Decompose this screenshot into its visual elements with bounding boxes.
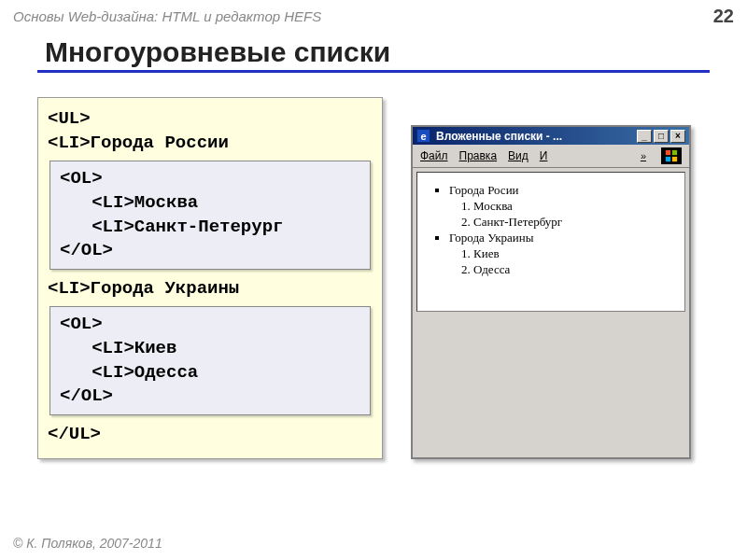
window-title: Вложенные списки - ...	[436, 130, 631, 143]
code-line: <LI>Киев	[60, 337, 360, 361]
titlebar: e Вложенные списки - ... _ □ ×	[413, 127, 689, 145]
breadcrumb: Основы Web-дизайна: HTML и редактор HEFS	[13, 8, 321, 24]
close-button[interactable]: ×	[670, 130, 685, 143]
footer-copyright: © К. Поляков, 2007-2011	[13, 536, 162, 551]
code-line: <LI>Одесса	[60, 361, 360, 385]
code-line: <LI>Санкт-Петерург	[60, 216, 360, 240]
list-item: Города Росии Москва Санкт-Петербург	[449, 183, 677, 230]
windows-logo-icon	[661, 147, 682, 164]
list-item: Санкт-Петербург	[473, 215, 677, 230]
browser-window: e Вложенные списки - ... _ □ × Файл Прав…	[411, 125, 691, 459]
code-line: </OL>	[60, 385, 360, 409]
menu-more[interactable]: И	[540, 149, 548, 162]
maximize-button[interactable]: □	[654, 130, 669, 143]
list-item: Киев	[473, 246, 677, 261]
svg-rect-3	[672, 157, 677, 161]
minimize-button[interactable]: _	[637, 130, 652, 143]
code-line: <UL>	[48, 107, 373, 132]
list-item: Москва	[473, 199, 677, 214]
page-number: 22	[713, 6, 734, 27]
menubar: Файл Правка Вид И »	[413, 145, 689, 168]
chevron-icon[interactable]: »	[637, 150, 650, 161]
code-line: <LI>Города России	[48, 132, 373, 156]
code-line: <LI>Москва	[60, 191, 360, 216]
code-block-inner-2: <OL> <LI>Киев <LI>Одесса </OL>	[49, 306, 371, 415]
menu-view[interactable]: Вид	[508, 149, 529, 162]
code-line: </UL>	[48, 423, 373, 447]
slide-header: Основы Web-дизайна: HTML и редактор HEFS…	[0, 0, 747, 29]
code-line: <LI>Города Украины	[48, 277, 373, 301]
ie-icon: e	[416, 129, 430, 143]
svg-rect-0	[666, 150, 670, 155]
menu-edit[interactable]: Правка	[459, 149, 498, 162]
svg-rect-2	[666, 157, 670, 161]
list-item: Одесса	[473, 262, 677, 277]
code-line: <OL>	[60, 167, 360, 191]
svg-rect-1	[672, 150, 677, 155]
code-line: <OL>	[60, 313, 360, 337]
code-line: </OL>	[60, 239, 360, 263]
list-item: Города Украины Киев Одесса	[449, 231, 677, 277]
code-block-inner-1: <OL> <LI>Москва <LI>Санкт-Петерург </OL>	[49, 161, 371, 270]
page-title: Многоуровневые списки	[37, 36, 710, 73]
code-block-outer: <UL> <LI>Города России <OL> <LI>Москва <…	[37, 97, 383, 459]
menu-file[interactable]: Файл	[420, 149, 448, 162]
page-viewport: Города Росии Москва Санкт-Петербург Горо…	[416, 172, 685, 312]
